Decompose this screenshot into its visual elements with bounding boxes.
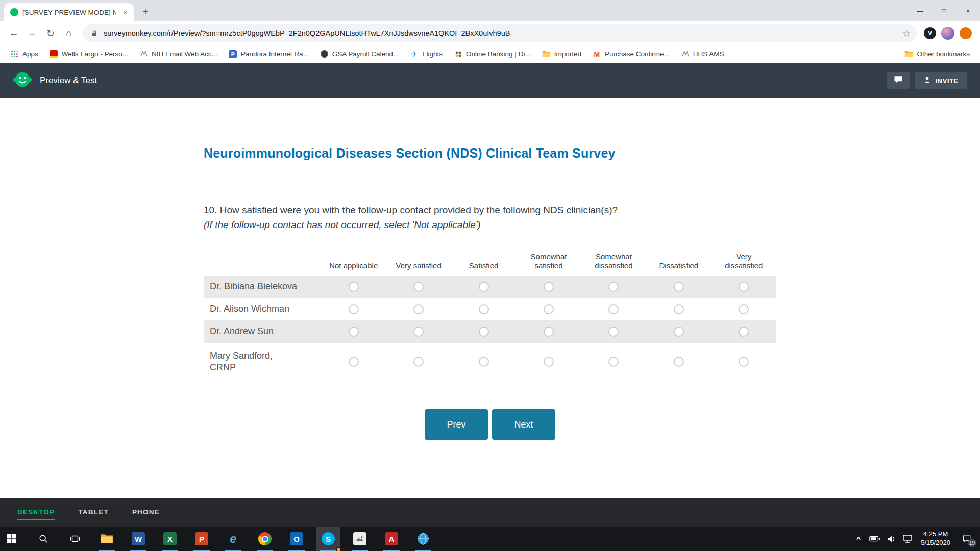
flights-plane-icon: ✈ [410,49,419,58]
invite-button[interactable]: INVITE [915,72,967,89]
new-tab-button[interactable]: + [138,4,153,19]
network-icon[interactable] [901,529,914,549]
bookmark-flights[interactable]: ✈ Flights [406,47,447,60]
nih-icon [139,49,148,58]
radio-button[interactable] [608,304,619,314]
bookmark-star-icon[interactable]: ☆ [899,26,914,40]
radio-button[interactable] [413,282,424,292]
radio-button[interactable] [674,304,684,314]
radio-button[interactable] [544,327,554,337]
radio-button[interactable] [479,282,489,292]
radio-button[interactable] [544,282,554,292]
folder-icon [542,49,551,58]
next-button[interactable]: Next [492,409,555,440]
internet-explorer-icon[interactable]: e [222,527,245,551]
radio-button[interactable] [739,304,749,314]
minimize-button[interactable]: — [908,0,932,21]
acrobat-icon[interactable]: A [380,527,403,551]
radio-button[interactable] [739,357,749,367]
bookmark-wells-fargo[interactable]: Wells Fargo - Perso... [45,47,132,60]
column-header: Satisfied [451,261,516,270]
comments-button[interactable] [887,72,910,89]
task-view-icon[interactable] [63,527,87,551]
extension-v-icon[interactable]: V [924,27,936,39]
radio-button[interactable] [674,282,684,292]
radio-button[interactable] [608,357,619,367]
hidden-icons-chevron-icon[interactable]: ^ [852,529,865,549]
radio-button[interactable] [739,327,749,337]
radio-button[interactable] [608,282,619,292]
back-icon[interactable]: ← [5,24,22,42]
radio-button[interactable] [479,327,489,337]
bookmark-label: Online Banking | Di... [466,50,531,58]
radio-button[interactable] [349,357,359,367]
bookmark-nih-email[interactable]: NIH Email Web Acc... [135,47,222,60]
radio-button[interactable] [739,282,749,292]
system-tray: ^ 4:25 PM 5/15/2020 19 [852,527,980,551]
device-preview-bar: DESKTOP TABLET PHONE [0,498,980,527]
bookmark-label: Imported [554,50,581,58]
bookmark-hhs-ams[interactable]: HHS AMS [677,47,728,60]
word-icon[interactable]: W [127,527,150,551]
column-header: Dissatisfied [646,261,711,270]
tab-desktop[interactable]: DESKTOP [17,504,55,520]
radio-button[interactable] [349,282,359,292]
radio-button[interactable] [349,327,359,337]
bookmark-purchase-confirmed[interactable]: M Purchase Confirme... [589,47,674,60]
browser-update-menu-icon[interactable] [960,27,972,39]
outlook-icon[interactable]: O [285,527,308,551]
preview-mode-title: Preview & Test [40,76,97,86]
prev-button[interactable]: Prev [425,409,488,440]
radio-button[interactable] [413,327,424,337]
radio-button[interactable] [674,357,684,367]
bookmark-label: Wells Fargo - Perso... [62,50,128,58]
radio-button[interactable] [544,357,554,367]
skype-icon[interactable]: S [316,527,340,551]
action-center-icon[interactable]: 19 [958,529,976,549]
tab-phone[interactable]: PHONE [132,504,160,520]
taskbar-search-icon[interactable] [32,527,55,551]
bookmark-label: Purchase Confirme... [605,50,670,58]
close-button[interactable]: × [956,0,980,21]
bookmark-online-banking[interactable]: Online Banking | Di... [450,47,535,60]
battery-icon[interactable] [869,529,881,549]
volume-icon[interactable] [885,529,897,549]
file-explorer-icon[interactable] [95,527,118,551]
radio-button[interactable] [544,304,554,314]
bookmark-apps[interactable]: Apps [6,47,42,60]
column-header: Very satisfied [386,261,451,270]
bookmark-label: Apps [22,50,38,58]
powerpoint-icon[interactable]: P [190,527,213,551]
bookmark-gsa-payroll[interactable]: GSA Payroll Calend... [316,47,403,60]
home-icon[interactable]: ⌂ [60,24,78,42]
radio-button[interactable] [413,357,424,367]
refresh-icon[interactable]: ↻ [42,24,59,42]
forward-icon[interactable]: → [23,24,41,42]
radio-button[interactable] [479,357,489,367]
other-bookmarks[interactable]: Other bookmarks [900,47,974,60]
bookmark-label: HHS AMS [693,50,724,58]
bookmark-pandora[interactable]: P Pandora Internet Ra... [225,47,313,60]
bookmark-imported[interactable]: Imported [538,47,585,60]
maximize-button[interactable]: □ [932,0,956,21]
browser-tab[interactable]: [SURVEY PREVIEW MODE] Neuro × [4,3,134,21]
globe-app-icon[interactable] [411,527,435,551]
chat-bubble-icon [893,74,903,87]
radio-button[interactable] [479,304,489,314]
radio-button[interactable] [608,327,619,337]
browser-toolbar: ← → ↻ ⌂ surveymonkey.com/r/Preview/?sm=m… [0,21,980,45]
profile-avatar[interactable] [941,27,954,40]
address-bar[interactable]: surveymonkey.com/r/Preview/?sm=mrz5ctP0g… [83,24,917,42]
excel-icon[interactable]: X [158,527,182,551]
taskbar-clock[interactable]: 4:25 PM 5/15/2020 [918,530,953,547]
photos-icon[interactable] [348,527,372,551]
surveymonkey-logo-icon [13,70,32,91]
tab-close-icon[interactable]: × [120,8,130,17]
start-button[interactable] [0,527,23,551]
radio-button[interactable] [413,304,424,314]
tab-tablet[interactable]: TABLET [78,504,108,520]
chrome-icon[interactable] [253,527,277,551]
radio-button[interactable] [674,327,684,337]
radio-button[interactable] [349,304,359,314]
column-header: Very dissatisfied [712,252,776,270]
